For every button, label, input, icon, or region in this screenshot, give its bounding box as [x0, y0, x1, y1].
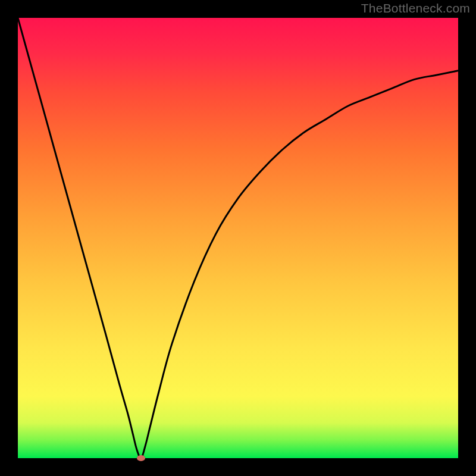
bottleneck-curve	[18, 18, 458, 458]
optimal-point-marker	[137, 455, 145, 461]
chart-frame: TheBottleneck.com	[0, 0, 476, 476]
watermark-text: TheBottleneck.com	[361, 1, 470, 15]
plot-area	[18, 18, 458, 458]
